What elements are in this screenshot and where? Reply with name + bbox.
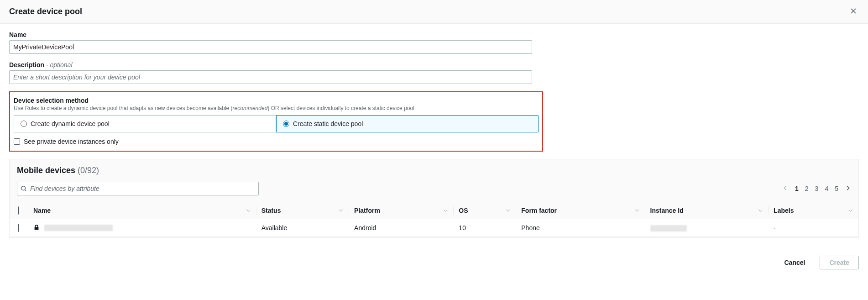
close-button[interactable]	[848, 5, 859, 18]
col-os[interactable]: OS	[453, 202, 516, 219]
device-selection-hint: Use Rules to create a dynamic device poo…	[14, 105, 539, 111]
page-5[interactable]: 5	[835, 185, 838, 192]
radio-icon	[283, 121, 289, 127]
sort-icon	[339, 207, 343, 214]
col-form-factor[interactable]: Form factor	[516, 202, 644, 219]
col-labels[interactable]: Labels	[768, 202, 858, 219]
sort-icon	[443, 207, 448, 214]
private-only-label: See private device instances only	[24, 138, 119, 145]
row-os: 10	[453, 219, 516, 237]
lock-icon	[33, 224, 40, 232]
sort-icon	[758, 207, 763, 214]
create-button[interactable]: Create	[820, 256, 859, 269]
sort-icon	[635, 207, 639, 214]
table-row[interactable]: Available Android 10 Phone -	[10, 219, 858, 237]
private-only-checkbox[interactable]	[14, 138, 20, 145]
row-status: Available	[256, 219, 349, 237]
description-input[interactable]	[9, 70, 532, 84]
table-title: Mobile devices (0/92)	[17, 166, 99, 175]
row-checkbox[interactable]	[18, 224, 19, 232]
row-platform: Android	[349, 219, 453, 237]
select-all-checkbox[interactable]	[18, 206, 19, 215]
search-input[interactable]	[17, 182, 259, 195]
cancel-button[interactable]: Cancel	[775, 256, 814, 269]
device-name-redacted	[44, 225, 113, 231]
radio-icon	[21, 121, 27, 127]
name-input[interactable]	[9, 40, 532, 54]
device-selection-label: Device selection method	[14, 97, 539, 104]
radio-dynamic-label: Create dynamic device pool	[31, 120, 110, 127]
col-status[interactable]: Status	[256, 202, 349, 219]
page-next[interactable]	[845, 185, 851, 193]
radio-static-pool[interactable]: Create static device pool	[276, 115, 539, 132]
instance-id-redacted	[650, 225, 687, 232]
col-name[interactable]: Name	[28, 202, 256, 219]
row-form-factor: Phone	[516, 219, 644, 237]
pagination: 1 2 3 4 5	[782, 185, 851, 193]
page-1[interactable]: 1	[795, 185, 799, 192]
table-count: (0/92)	[78, 166, 99, 175]
sort-icon	[246, 207, 251, 214]
page-4[interactable]: 4	[825, 185, 828, 192]
svg-line-3	[25, 190, 26, 191]
row-labels: -	[768, 219, 858, 237]
close-icon	[850, 9, 857, 16]
radio-static-label: Create static device pool	[293, 120, 363, 127]
radio-dynamic-pool[interactable]: Create dynamic device pool	[14, 115, 276, 132]
page-3[interactable]: 3	[815, 185, 819, 192]
page-title: Create device pool	[9, 7, 82, 16]
page-2[interactable]: 2	[805, 185, 809, 192]
device-selection-highlight: Device selection method Use Rules to cre…	[9, 91, 543, 152]
page-prev[interactable]	[782, 185, 789, 193]
svg-point-2	[21, 186, 26, 190]
sort-icon	[506, 207, 510, 214]
description-label: Description - optional	[9, 61, 859, 68]
col-instance-id[interactable]: Instance Id	[645, 202, 769, 219]
sort-icon	[848, 207, 853, 214]
col-platform[interactable]: Platform	[349, 202, 453, 219]
name-label: Name	[9, 31, 859, 38]
